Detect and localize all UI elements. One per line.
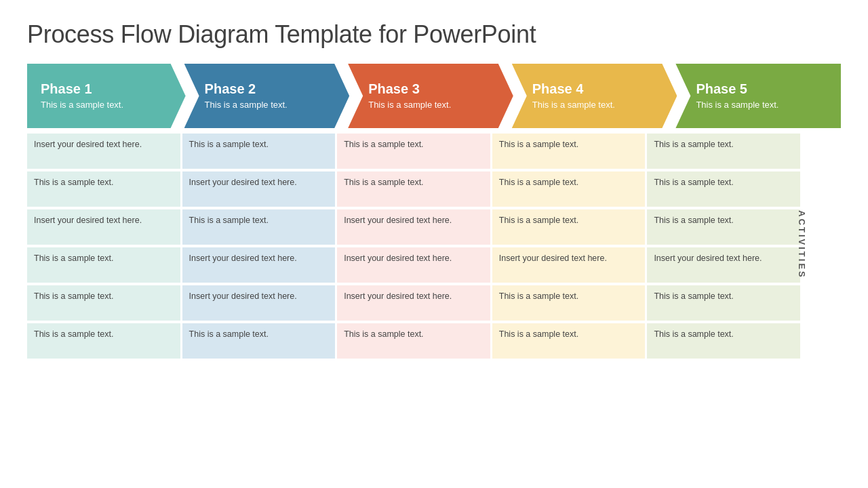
- phases-row: Phase 1 This is a sample text. Phase 2 T…: [27, 64, 841, 128]
- grid-cell-r4-c1: This is a sample text.: [27, 247, 180, 283]
- phase-arrow-3: Phase 3 This is a sample text.: [348, 64, 513, 128]
- phase-arrow-2: Phase 2 This is a sample text.: [184, 64, 350, 128]
- page-title: Process Flow Diagram Template for PowerP…: [27, 20, 841, 49]
- grid-row-4: This is a sample text.Insert your desire…: [27, 247, 800, 283]
- grid-cell-r4-c2: Insert your desired text here.: [182, 247, 336, 283]
- phase-title-4: Phase 4: [532, 81, 664, 97]
- grid-row-3: Insert your desired text here.This is a …: [27, 209, 800, 245]
- phase-title-3: Phase 3: [368, 81, 500, 97]
- grid-cell-r2-c5: This is a sample text.: [647, 171, 800, 207]
- grid-cell-r5-c4: This is a sample text.: [492, 285, 646, 321]
- phase-title-2: Phase 2: [205, 81, 336, 97]
- grid-cell-r1-c3: This is a sample text.: [337, 134, 490, 169]
- phase-arrow-5: Phase 5 This is a sample text.: [675, 64, 841, 128]
- grid-cell-r3-c5: This is a sample text.: [647, 209, 800, 245]
- grid-row-5: This is a sample text.Insert your desire…: [27, 285, 800, 321]
- phase-title-5: Phase 5: [696, 81, 827, 97]
- grid-cell-r2-c2: Insert your desired text here.: [182, 171, 336, 207]
- grid-cell-r3-c1: Insert your desired text here.: [27, 209, 180, 245]
- grid-row-1: Insert your desired text here.This is a …: [27, 134, 800, 169]
- grid-cell-r4-c5: Insert your desired text here.: [647, 247, 800, 283]
- phase-subtitle-3: This is a sample text.: [368, 100, 500, 111]
- activities-wrapper: ACTIVITIES: [821, 128, 841, 361]
- grid-cell-r2-c3: This is a sample text.: [337, 171, 490, 207]
- content-area: Insert your desired text here.This is a …: [27, 128, 841, 361]
- phase-subtitle-4: This is a sample text.: [532, 100, 664, 111]
- page: Process Flow Diagram Template for PowerP…: [0, 0, 868, 488]
- grid-cell-r5-c5: This is a sample text.: [647, 285, 800, 321]
- grid-cell-r6-c4: This is a sample text.: [492, 323, 646, 359]
- grid-wrapper: Insert your desired text here.This is a …: [27, 128, 821, 361]
- grid-cell-r5-c2: Insert your desired text here.: [182, 285, 336, 321]
- grid-cell-r6-c3: This is a sample text.: [337, 323, 490, 359]
- grid-cell-r3-c3: Insert your desired text here.: [337, 209, 490, 245]
- grid-cell-r6-c5: This is a sample text.: [647, 323, 800, 359]
- grid-row-2: This is a sample text.Insert your desire…: [27, 171, 800, 207]
- grid-row-6: This is a sample text.This is a sample t…: [27, 323, 800, 359]
- activities-label: ACTIVITIES: [797, 210, 808, 279]
- phase-arrow-4: Phase 4 This is a sample text.: [512, 64, 677, 128]
- grid-cell-r2-c4: This is a sample text.: [492, 171, 646, 207]
- grid-cell-r4-c3: Insert your desired text here.: [337, 247, 490, 283]
- grid-cell-r2-c1: This is a sample text.: [27, 171, 180, 207]
- phase-arrow-1: Phase 1 This is a sample text.: [27, 64, 186, 128]
- phase-subtitle-5: This is a sample text.: [696, 100, 827, 111]
- phase-subtitle-2: This is a sample text.: [205, 100, 336, 111]
- phase-title-1: Phase 1: [41, 81, 172, 97]
- grid-cell-r5-c3: Insert your desired text here.: [337, 285, 490, 321]
- grid-cell-r6-c1: This is a sample text.: [27, 323, 180, 359]
- grid-cell-r6-c2: This is a sample text.: [182, 323, 336, 359]
- grid-container: Insert your desired text here.This is a …: [27, 134, 800, 361]
- grid-cell-r3-c2: This is a sample text.: [182, 209, 336, 245]
- grid-cell-r5-c1: This is a sample text.: [27, 285, 180, 321]
- grid-cell-r4-c4: Insert your desired text here.: [492, 247, 646, 283]
- phase-subtitle-1: This is a sample text.: [41, 100, 172, 111]
- grid-cell-r1-c4: This is a sample text.: [492, 134, 646, 169]
- grid-cell-r3-c4: This is a sample text.: [492, 209, 646, 245]
- grid-cell-r1-c1: Insert your desired text here.: [27, 134, 180, 169]
- grid-cell-r1-c5: This is a sample text.: [647, 134, 800, 169]
- grid-cell-r1-c2: This is a sample text.: [182, 134, 336, 169]
